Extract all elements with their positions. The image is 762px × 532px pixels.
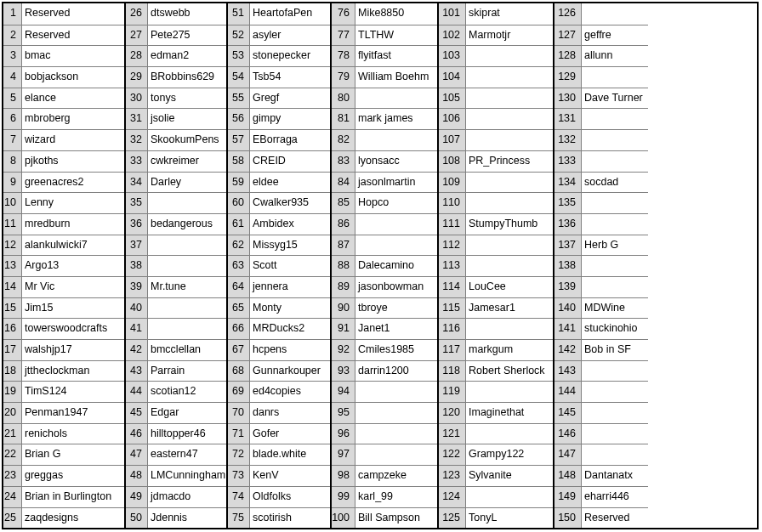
row-number: 40 bbox=[126, 298, 148, 319]
row-name bbox=[466, 382, 553, 402]
row-number: 4 bbox=[3, 67, 22, 88]
row-number: 135 bbox=[554, 193, 582, 213]
table-row: 80 bbox=[332, 88, 437, 109]
row-number: 85 bbox=[332, 193, 355, 213]
row-name: karl_99 bbox=[355, 487, 437, 507]
row-number: 114 bbox=[439, 277, 466, 297]
table-row: 139 bbox=[554, 276, 648, 297]
table-row: 110 bbox=[439, 192, 553, 213]
row-name bbox=[582, 109, 648, 129]
row-name bbox=[355, 424, 437, 444]
row-name bbox=[582, 151, 648, 172]
table-row: 124 bbox=[439, 486, 553, 507]
row-number: 55 bbox=[228, 88, 250, 109]
row-number: 48 bbox=[126, 466, 148, 486]
table-row: 36bedangerous bbox=[126, 213, 226, 235]
table-row: 38 bbox=[126, 255, 226, 276]
table-row: 51HeartofaPen bbox=[228, 3, 330, 25]
row-name bbox=[148, 193, 226, 213]
row-number: 110 bbox=[439, 193, 466, 213]
row-number: 75 bbox=[228, 508, 250, 529]
row-number: 8 bbox=[3, 151, 22, 172]
row-name: Bill Sampson bbox=[355, 508, 437, 529]
row-name: ed4copies bbox=[250, 382, 330, 402]
row-name: Robert Sherlock bbox=[466, 361, 553, 382]
table-row: 148Dantanatx bbox=[554, 465, 648, 486]
row-number: 63 bbox=[228, 256, 250, 276]
table-row: 87 bbox=[332, 235, 437, 256]
row-number: 43 bbox=[126, 361, 148, 382]
row-name: stonepecker bbox=[250, 46, 330, 66]
row-name: Herb G bbox=[582, 235, 648, 256]
table-row: 3bmac bbox=[3, 45, 124, 66]
table-row: 29BRobbins629 bbox=[126, 66, 226, 88]
table-row: 44scotian12 bbox=[126, 381, 226, 402]
row-name: greggas bbox=[22, 466, 124, 486]
row-number: 60 bbox=[228, 193, 250, 213]
row-name: Parrain bbox=[148, 361, 226, 382]
table-row: 31jsolie bbox=[126, 108, 226, 129]
table-row: 57EBorraga bbox=[228, 129, 330, 150]
row-name: towerswoodcrafts bbox=[22, 319, 124, 339]
table-row: 26dtswebb bbox=[126, 3, 226, 25]
column-group-5: 101skiprat102Marmotjr103104105106107108P… bbox=[437, 3, 553, 528]
row-number: 42 bbox=[126, 340, 148, 360]
row-name: zaqdesigns bbox=[22, 508, 124, 529]
table-row: 12alankulwicki7 bbox=[3, 235, 124, 256]
row-number: 149 bbox=[554, 487, 582, 507]
table-row: 53stonepecker bbox=[228, 45, 330, 66]
row-name bbox=[466, 130, 553, 150]
table-row: 16towerswoodcrafts bbox=[3, 318, 124, 339]
table-row: 43Parrain bbox=[126, 360, 226, 382]
row-name: Edgar bbox=[148, 403, 226, 423]
row-name: TLTHW bbox=[355, 25, 437, 46]
row-number: 119 bbox=[439, 382, 466, 402]
row-number: 1 bbox=[3, 3, 22, 25]
row-number: 41 bbox=[126, 319, 148, 339]
row-name: gimpy bbox=[250, 109, 330, 129]
row-number: 139 bbox=[554, 277, 582, 297]
row-name: jsolie bbox=[148, 109, 226, 129]
row-number: 101 bbox=[439, 3, 466, 25]
column-group-3: 51HeartofaPen52asyler53stonepecker54Tsb5… bbox=[226, 3, 330, 528]
table-row: 117markgum bbox=[439, 339, 553, 360]
row-number: 38 bbox=[126, 256, 148, 276]
row-name: bedangerous bbox=[148, 214, 226, 235]
row-number: 115 bbox=[439, 298, 466, 319]
row-number: 128 bbox=[554, 46, 582, 66]
row-name: mark james bbox=[355, 109, 437, 129]
row-number: 89 bbox=[332, 277, 355, 297]
row-name bbox=[582, 444, 648, 465]
row-number: 47 bbox=[126, 444, 148, 465]
row-name bbox=[355, 403, 437, 423]
row-number: 141 bbox=[554, 319, 582, 339]
row-number: 120 bbox=[439, 403, 466, 423]
row-number: 103 bbox=[439, 46, 466, 66]
row-number: 123 bbox=[439, 466, 466, 486]
row-number: 45 bbox=[126, 403, 148, 423]
row-number: 134 bbox=[554, 173, 582, 193]
row-number: 10 bbox=[3, 193, 22, 213]
table-row: 18jttheclockman bbox=[3, 360, 124, 382]
row-name bbox=[355, 444, 437, 465]
table-row: 120Imaginethat bbox=[439, 402, 553, 423]
row-number: 59 bbox=[228, 173, 250, 193]
row-number: 70 bbox=[228, 403, 250, 423]
row-name: Mr Vic bbox=[22, 277, 124, 297]
row-number: 67 bbox=[228, 340, 250, 360]
table-row: 52asyler bbox=[228, 25, 330, 46]
table-row: 150Reserved bbox=[554, 507, 648, 529]
row-name: tbroye bbox=[355, 298, 437, 319]
table-row: 123Sylvanite bbox=[439, 465, 553, 486]
row-name bbox=[582, 193, 648, 213]
row-number: 51 bbox=[228, 3, 250, 25]
table-row: 118Robert Sherlock bbox=[439, 360, 553, 382]
table-row: 13Argo13 bbox=[3, 255, 124, 276]
row-number: 107 bbox=[439, 130, 466, 150]
row-number: 143 bbox=[554, 361, 582, 382]
table-row: 6mbroberg bbox=[3, 108, 124, 129]
row-name: Darley bbox=[148, 173, 226, 193]
row-name bbox=[148, 298, 226, 319]
row-name: TimS124 bbox=[22, 382, 124, 402]
row-number: 137 bbox=[554, 235, 582, 256]
